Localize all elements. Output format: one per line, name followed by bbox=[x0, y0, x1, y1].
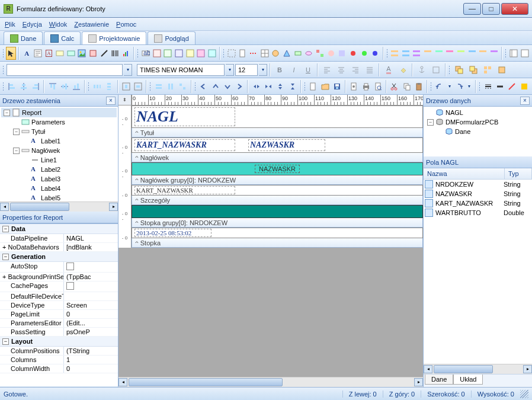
center-v[interactable] bbox=[133, 80, 143, 93]
tab-dane-fields[interactable]: Dane bbox=[425, 375, 453, 385]
undo-button[interactable] bbox=[434, 80, 445, 93]
paste-button[interactable] bbox=[414, 80, 424, 93]
redo-button[interactable] bbox=[454, 80, 464, 93]
field-row[interactable]: NRDOKZEWString bbox=[424, 180, 532, 189]
memo-tool[interactable] bbox=[33, 47, 43, 60]
italic-button[interactable]: I bbox=[287, 63, 300, 76]
align-right-button[interactable] bbox=[349, 63, 362, 76]
crosstab-tool[interactable] bbox=[259, 47, 270, 60]
nudge-up[interactable] bbox=[210, 80, 220, 93]
align-bottom-edge[interactable] bbox=[71, 80, 82, 93]
grow-v[interactable] bbox=[275, 80, 286, 93]
label-nazwaskr[interactable]: NAZWASKR bbox=[248, 139, 325, 151]
sysvar-tool[interactable] bbox=[55, 47, 65, 60]
object-combo[interactable] bbox=[7, 64, 123, 76]
tool-group9[interactable] bbox=[478, 47, 488, 60]
subreport-tool[interactable] bbox=[238, 47, 248, 60]
tool-group1[interactable] bbox=[390, 47, 400, 60]
ungroup-button[interactable] bbox=[495, 63, 508, 76]
tree-line1[interactable]: Line1 bbox=[41, 156, 57, 164]
band-header-tytul[interactable]: ^Tytuł bbox=[132, 128, 423, 137]
fields-grid[interactable]: NazwaTyp NRDOKZEWStringNAZWASKRStringKAR… bbox=[424, 168, 532, 387]
field-row[interactable]: WARTBRUTTODouble bbox=[424, 208, 532, 217]
band-header-detail[interactable]: ^Szczegóły bbox=[132, 196, 423, 205]
menu-widok[interactable]: Widok bbox=[49, 21, 68, 28]
chart-tool[interactable] bbox=[121, 47, 132, 60]
tool-misc8[interactable] bbox=[348, 47, 358, 60]
group-footer-shape[interactable] bbox=[132, 205, 423, 218]
grow-h[interactable] bbox=[251, 80, 261, 93]
tool-misc10[interactable] bbox=[370, 47, 380, 60]
field-row[interactable]: KART_NAZWASKRString bbox=[424, 199, 532, 208]
border-button[interactable] bbox=[430, 63, 443, 76]
pagesetup-button[interactable] bbox=[348, 80, 359, 93]
band-header-footer[interactable]: ^Stopka bbox=[132, 238, 423, 248]
tool-view1[interactable] bbox=[509, 47, 519, 60]
align-left-edge[interactable] bbox=[6, 80, 17, 93]
tree-dmformularz[interactable]: DMFormularzPCB bbox=[446, 119, 498, 126]
menu-edycja[interactable]: Edycja bbox=[23, 21, 42, 28]
align-top-edge[interactable] bbox=[47, 80, 57, 93]
tree-parameters[interactable]: Parameters bbox=[31, 119, 65, 126]
group-header-shape[interactable]: NAZWASKR bbox=[132, 162, 423, 175]
pagebreak-tool[interactable] bbox=[249, 47, 259, 60]
tab-uklad-fields[interactable]: Układ bbox=[453, 375, 483, 385]
shrink-h[interactable] bbox=[263, 80, 274, 93]
tool-misc6[interactable] bbox=[326, 47, 336, 60]
tab-projektowanie[interactable]: Projektowanie bbox=[82, 31, 146, 44]
align-right-edge[interactable] bbox=[30, 80, 41, 93]
font-family-drop[interactable]: ▾ bbox=[226, 64, 234, 76]
save-button[interactable] bbox=[332, 80, 342, 93]
open-button[interactable] bbox=[319, 80, 330, 93]
preview-button[interactable] bbox=[373, 80, 383, 93]
tool-group4[interactable] bbox=[423, 47, 433, 60]
anchor-button[interactable] bbox=[415, 63, 428, 76]
pointer-tool[interactable] bbox=[6, 47, 16, 60]
object-combo-drop[interactable]: ▾ bbox=[124, 64, 132, 76]
nudge-right[interactable] bbox=[234, 80, 245, 93]
align-hcenter[interactable] bbox=[18, 80, 29, 93]
dbimage-tool[interactable] bbox=[185, 47, 195, 60]
font-color-button[interactable]: A bbox=[382, 63, 395, 76]
label-timestamp[interactable]: 2013-02-25 08:53:02 bbox=[134, 229, 211, 237]
data-tree-close[interactable]: × bbox=[520, 97, 530, 105]
dbtext-tool[interactable]: ab bbox=[141, 47, 151, 60]
richtext-tool[interactable]: A bbox=[44, 47, 54, 60]
menu-pomoc[interactable]: Pomoc bbox=[116, 21, 136, 28]
send-back-button[interactable] bbox=[467, 63, 480, 76]
property-grid[interactable]: −Data DataPipelineNAGL +NoDataBehaviors[… bbox=[0, 223, 118, 386]
tree-report[interactable]: Report bbox=[22, 109, 41, 116]
underline-button[interactable]: U bbox=[302, 63, 315, 76]
font-size-combo[interactable] bbox=[235, 64, 258, 76]
same-height[interactable] bbox=[165, 80, 176, 93]
line-tool[interactable] bbox=[99, 47, 109, 60]
tree-label5[interactable]: Label5 bbox=[41, 194, 60, 201]
design-surface[interactable]: - 0- NAGL ^Tytuł - 0- KART_NAZWASKR NAZW… bbox=[118, 105, 423, 377]
data-tree[interactable]: NAGL −DMFormularzPCB Dane bbox=[424, 107, 532, 156]
tool-group6[interactable] bbox=[445, 47, 455, 60]
redo-drop[interactable]: ▾ bbox=[466, 80, 473, 93]
nudge-down[interactable] bbox=[222, 80, 233, 93]
tool-misc3[interactable] bbox=[293, 47, 303, 60]
report-tree[interactable]: −Report Parameters −Tytuł ALabel1 −Nagłó… bbox=[0, 107, 118, 201]
tree-dane[interactable]: Dane bbox=[455, 128, 470, 135]
fields-hscroll[interactable]: ◂▸ bbox=[424, 364, 532, 374]
font-size-drop[interactable]: ▾ bbox=[259, 64, 267, 76]
tool-group2[interactable] bbox=[400, 47, 411, 60]
shape-tool[interactable] bbox=[88, 47, 98, 60]
resize-grip[interactable] bbox=[520, 390, 528, 398]
group-button[interactable] bbox=[481, 63, 494, 76]
tool-group5[interactable] bbox=[434, 47, 444, 60]
align-left-button[interactable] bbox=[321, 63, 334, 76]
tool-misc5[interactable] bbox=[315, 47, 325, 60]
line-color-button[interactable] bbox=[507, 80, 517, 93]
font-family-combo[interactable] bbox=[137, 64, 225, 76]
region-tool[interactable] bbox=[226, 47, 236, 60]
tool-misc2[interactable] bbox=[282, 47, 292, 60]
tab-calc[interactable]: Calc bbox=[44, 31, 81, 44]
print-button[interactable] bbox=[360, 80, 371, 93]
same-size[interactable] bbox=[177, 80, 188, 93]
space-v[interactable] bbox=[104, 80, 114, 93]
report-tree-close[interactable]: × bbox=[106, 97, 116, 105]
design-hscroll[interactable]: ◂▸ bbox=[118, 377, 423, 387]
